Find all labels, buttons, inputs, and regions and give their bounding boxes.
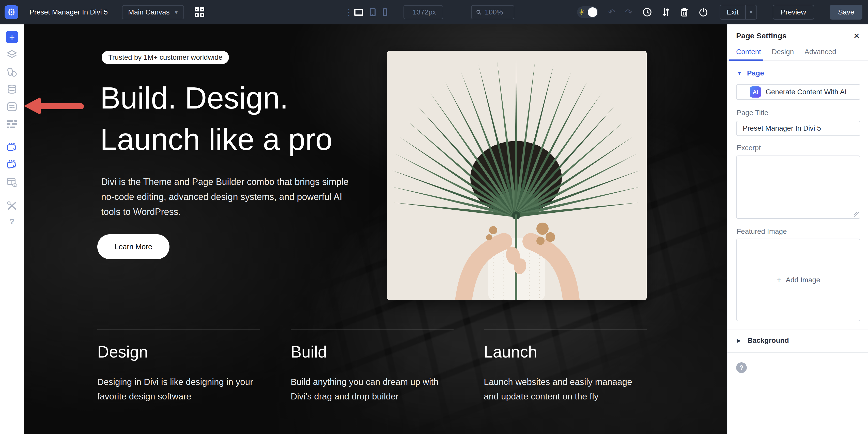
- builder-canvas[interactable]: Trusted by 1M+ customer worldwide Build.…: [24, 24, 727, 434]
- hero-paragraph[interactable]: Divi is the Theme and Page Builder combo…: [101, 174, 358, 219]
- page-settings-panel: Page Settings ✕ Content Design Advanced …: [727, 24, 868, 434]
- interaction-primary-button[interactable]: [6, 142, 18, 153]
- learn-more-button[interactable]: Learn More: [97, 234, 169, 259]
- preset-manager-icon: [7, 102, 17, 112]
- hero-image[interactable]: [387, 51, 647, 300]
- tools-button[interactable]: [6, 200, 18, 211]
- list-view-button[interactable]: [6, 118, 18, 130]
- panel-help-button[interactable]: ?: [736, 362, 747, 373]
- excerpt-textarea[interactable]: [736, 156, 860, 219]
- column-title[interactable]: Build: [291, 343, 327, 361]
- tools-icon: [7, 201, 17, 211]
- preset-manager-button[interactable]: [6, 101, 18, 112]
- generate-content-ai-button[interactable]: AI Generate Content With AI: [736, 84, 860, 100]
- canvas-zoom-field[interactable]: [471, 5, 514, 19]
- redo-icon: ↷: [625, 7, 632, 17]
- page-title-input[interactable]: [736, 121, 860, 136]
- builder-settings-button[interactable]: ⚙: [5, 5, 18, 19]
- page-title-label: Page Title: [737, 109, 768, 117]
- clock-icon: [642, 7, 652, 17]
- canvas-selector-dropdown[interactable]: Main Canvas ▾: [122, 5, 184, 19]
- power-button[interactable]: [699, 7, 708, 17]
- excerpt-label: Excerpt: [737, 144, 761, 152]
- column-description[interactable]: Launch websites and easily manaage and u…: [484, 375, 646, 404]
- hero-badge[interactable]: Trusted by 1M+ customer worldwide: [102, 51, 229, 64]
- textarea-resize-handle[interactable]: [854, 212, 859, 217]
- accordion-open-icon: ▼: [737, 70, 742, 76]
- question-icon: ?: [739, 364, 743, 372]
- top-bar: ⚙ Preset Manager In Divi 5 Main Canvas ▾…: [0, 0, 868, 24]
- hero-heading-line1: Build. Design.: [100, 77, 332, 119]
- database-button[interactable]: [6, 84, 18, 95]
- grid-square: [195, 7, 199, 11]
- top-bar-actions: ☀ ↶ ↷: [577, 0, 862, 24]
- undo-button[interactable]: ↶: [608, 7, 615, 17]
- chevron-down-icon[interactable]: ▾: [746, 9, 756, 16]
- design-presets-button[interactable]: [6, 67, 18, 78]
- canvas-width-field[interactable]: [404, 5, 443, 19]
- column-divider: [484, 330, 647, 330]
- page-section-label: Page: [747, 69, 764, 77]
- page-section-toggle[interactable]: ▼ Page: [737, 69, 764, 77]
- close-icon: ✕: [853, 32, 860, 40]
- save-button[interactable]: Save: [830, 5, 862, 20]
- redo-button[interactable]: ↷: [625, 7, 632, 17]
- canvas-width-input[interactable]: [413, 8, 438, 16]
- divider: [727, 352, 868, 353]
- chevron-down-icon: ▾: [175, 9, 178, 16]
- grid-square: [200, 13, 204, 17]
- grid-view-button[interactable]: [195, 7, 204, 17]
- trash-button[interactable]: [680, 7, 689, 17]
- desktop-view-button[interactable]: [354, 9, 363, 16]
- panel-header: Page Settings ✕: [736, 32, 861, 40]
- preview-button[interactable]: Preview: [773, 5, 814, 20]
- canvas-selector-value: Main Canvas: [128, 8, 169, 16]
- trash-icon: [680, 7, 689, 17]
- background-section-toggle[interactable]: ▶ Background: [737, 336, 789, 345]
- layers-button[interactable]: [6, 49, 18, 60]
- column-description[interactable]: Desiging in Divi is like designing in yo…: [97, 375, 260, 404]
- interaction-secondary-button[interactable]: [6, 159, 18, 170]
- column-title[interactable]: Launch: [484, 343, 537, 361]
- annotation-arrow-shaft: [39, 103, 84, 109]
- light-dark-toggle[interactable]: ☀: [577, 6, 598, 18]
- window-preview-button[interactable]: [6, 177, 18, 188]
- grid-square: [195, 13, 199, 17]
- featured-image-dropzone[interactable]: + Add Image: [736, 239, 860, 321]
- close-button[interactable]: ✕: [852, 32, 861, 40]
- column-description[interactable]: Build anything you can dream up with Div…: [291, 375, 453, 404]
- accordion-closed-icon: ▶: [737, 337, 741, 344]
- canvas-zoom-input[interactable]: [485, 8, 509, 16]
- toggle-knob: [588, 7, 597, 17]
- width-arrows-icon: [409, 9, 409, 15]
- sun-icon: ☀: [578, 8, 585, 17]
- featured-image-label: Featured Image: [737, 227, 787, 236]
- column-divider: [97, 330, 260, 330]
- generate-content-ai-label: Generate Content With AI: [766, 88, 847, 96]
- kebab-icon[interactable]: ⋮: [345, 9, 348, 15]
- hero-heading[interactable]: Build. Design. Launch like a pro: [100, 77, 332, 160]
- layers-icon: [7, 50, 17, 60]
- column-title[interactable]: Design: [97, 343, 148, 361]
- hero-heading-line2: Launch like a pro: [100, 119, 332, 160]
- sidebar-help-button[interactable]: ?: [9, 217, 14, 226]
- page-title: Preset Manager In Divi 5: [29, 8, 108, 16]
- question-icon: ?: [9, 217, 14, 226]
- exit-button[interactable]: Exit: [720, 8, 745, 16]
- responsive-controls: ⋮: [345, 0, 514, 24]
- click-element-icon: [6, 142, 18, 153]
- column-divider: [291, 330, 454, 330]
- portability-sort-button[interactable]: [662, 7, 670, 17]
- up-down-arrows-icon: [662, 7, 670, 17]
- tablet-view-button[interactable]: [370, 8, 376, 16]
- phone-view-button[interactable]: [383, 8, 387, 16]
- history-button[interactable]: [642, 7, 652, 17]
- grid-square: [200, 7, 204, 11]
- divider: [4, 194, 20, 194]
- gear-icon: ⚙: [7, 7, 16, 18]
- plus-icon: +: [9, 32, 15, 42]
- left-sidebar: +: [0, 24, 24, 434]
- ai-icon: AI: [750, 86, 761, 98]
- exit-split-button[interactable]: Exit ▾: [720, 5, 757, 20]
- add-module-button[interactable]: +: [6, 31, 18, 43]
